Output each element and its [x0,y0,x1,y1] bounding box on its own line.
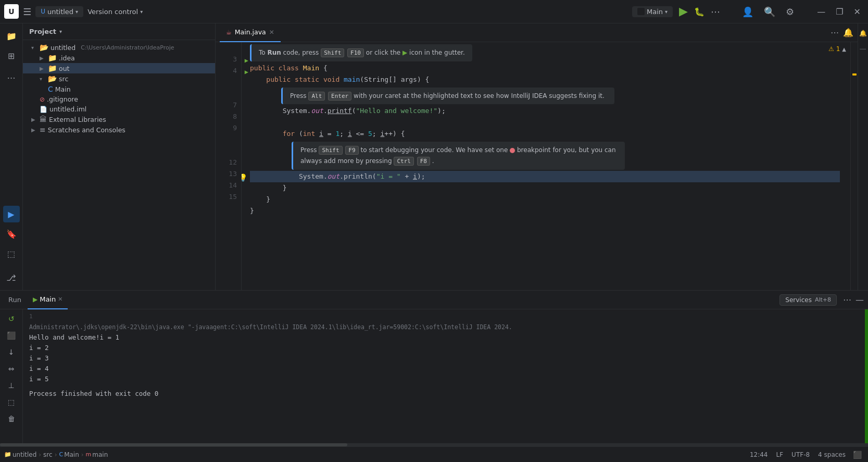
bc-project[interactable]: untitled [12,451,36,458]
brace-14: } [266,194,270,205]
tree-item-scratches[interactable]: ▶ ≡ Scratches and Consoles [23,124,215,135]
sidebar-icon-bookmark[interactable]: 🔖 [3,226,20,242]
main-layout: 📁 ⊞ ⋯ ▶ 🔖 ⬚ ⎇ Project ▾ ▾ 📂 untitled C:\… [0,23,868,290]
debug-icon[interactable]: 🐛 [694,7,705,17]
close-button[interactable]: ✕ [851,7,864,17]
warning-triangle-icon: ⚠ [828,45,834,53]
run-settings-btn[interactable]: ⬚ [4,395,19,409]
tree-item-iml[interactable]: 📄 untitled.iml [23,104,215,114]
params-open: ( [360,74,364,85]
hint2-text1: Press [290,92,308,99]
more-options-icon[interactable]: ⋯ [709,6,722,17]
folder-icon-out: 📁 [48,64,57,72]
run-scroll-end-btn[interactable]: ↓ [4,345,19,359]
tree-item-src[interactable]: ▾ 📂 src [23,73,215,84]
close-12: ); [417,171,425,182]
sidebar-icon-git[interactable]: ⎇ [3,269,20,286]
code-line-9: for (int i = 1; i <= 5; i++) { [250,128,840,140]
hint3-kbd3: Ctrl [394,157,414,166]
run-tab-label[interactable]: Run [4,291,26,309]
project-dropdown-icon[interactable]: ▾ [59,29,62,34]
bottom-minimize-icon[interactable]: — [856,295,864,305]
sidebar-icon-plugins[interactable]: ⋯ [3,69,20,86]
hamburger-icon[interactable]: ☰ [23,6,31,17]
tab-close-main-java[interactable]: ✕ [269,29,274,36]
indent-13 [250,182,283,194]
main-tab[interactable]: ▶ Main ✕ [28,291,68,309]
run-wrap-btn[interactable]: ⇔ [4,361,19,376]
hint1-kbd2: F10 [347,48,364,57]
bc-src[interactable]: src [43,451,53,458]
run-filter-btn[interactable]: ⊥ [4,378,19,393]
editor-tabs: ☕ Main.java ✕ ⋯ 🔔 [216,23,858,42]
warning-stripe [852,73,857,76]
run-config-chevron-icon: ▾ [665,9,668,15]
sidebar-icon-folder[interactable]: 📁 [3,28,20,44]
notifications-icon[interactable]: 🔔 [843,28,853,38]
editor-tab-main-java[interactable]: ☕ Main.java ✕ [220,23,281,42]
bottom-tabs: Run ▶ Main ✕ Services Alt+8 ⋯ — [0,291,868,309]
output-line-5: i = 5 [29,374,859,384]
main-tab-close[interactable]: ✕ [58,296,62,303]
run-restart-btn[interactable]: ↺ [4,311,19,326]
sidebar-icon-terminal[interactable]: ⬚ [3,245,20,262]
params-close: ) { [417,74,429,85]
code-line-13: } [250,182,840,194]
account-icon[interactable]: 👤 [739,6,757,17]
services-popup[interactable]: Services Alt+8 [779,294,837,306]
tree-item-ext-libs[interactable]: ▶ 🏛 External Libraries [23,114,215,124]
warning-indicator[interactable]: ⚠ 1 ▲ [828,45,846,53]
kw-void: void [323,74,344,85]
str-7: "Hello and welcome!" [356,105,438,117]
run-tab-icon: ▶ [33,296,37,303]
run-button[interactable]: ▶ [677,5,690,18]
dot1-7: . [307,105,311,117]
tree-item-out[interactable]: ▶ 📁 out [23,63,215,73]
right-panel-notifications[interactable]: 🔔 [859,28,867,39]
num-5: 5 [368,128,372,140]
tree-item-main-java[interactable]: C Main [23,84,215,94]
editor-scrollbar-gutter [850,42,858,290]
output-line-1: Hello and welcome!i = 1 [29,332,859,343]
run-content: ↺ ⬛ ↓ ⇔ ⊥ ⬚ 🗑 1 Administrator\.jdks\open… [0,309,868,443]
run-config-selector[interactable]: Main ▾ [632,6,673,17]
run-trash-btn[interactable]: 🗑 [4,411,19,426]
bottom-more-icon[interactable]: ⋯ [843,295,851,305]
sidebar-icon-run-active[interactable]: ▶ [3,206,20,222]
main-tab-label: Main [40,295,56,303]
bc-main[interactable]: Main [64,451,79,458]
tree-path-untitled: C:\Users\Administrator\IdeaProje [81,44,174,51]
vcs-selector[interactable]: Version control ▾ [87,8,143,16]
lightbulb-icon[interactable]: 💡 [242,172,247,183]
tree-item-idea[interactable]: ▶ 📁 .idea [23,53,215,63]
tree-item-gitignore[interactable]: ⊘ .gitignore [23,94,215,104]
settings-icon[interactable]: ⚙ [783,6,797,17]
code-content[interactable]: To Run code, press Shift F10 or click th… [242,42,850,290]
status-encoding[interactable]: UTF-8 [788,451,813,458]
paren-12: ( [372,171,376,182]
semi2-9: ; [372,128,381,140]
output-line-4: i = 4 [29,364,859,374]
tree-label-untitled: untitled [51,44,76,52]
editor-more-icon[interactable]: ⋯ [831,28,839,38]
minimize-button[interactable]: — [814,7,828,17]
code-line-7: System.out.printf("Hello and welcome!"); [250,105,840,117]
run-stop-btn[interactable]: ⬛ [4,328,19,343]
java-icon-main: C [48,85,53,93]
status-line-ending[interactable]: LF [773,451,787,458]
maximize-button[interactable]: ❐ [833,7,846,17]
var-i2: i [348,128,352,140]
bc-method[interactable]: main [92,451,108,458]
code-editor[interactable]: ⚠ 1 ▲ 3 ▶ 4 ▶ 7 [216,42,858,290]
status-line-col[interactable]: 12:44 [747,451,771,458]
tree-label-iml: untitled.iml [49,105,86,113]
sidebar-icon-structure[interactable]: ⊞ [3,47,20,64]
project-selector[interactable]: U untitled ▾ [35,6,83,17]
tree-label-out: out [59,65,69,72]
indent-9 [250,128,283,140]
tree-item-untitled[interactable]: ▾ 📂 untitled C:\Users\Administrator\Idea… [23,42,215,53]
search-icon[interactable]: 🔍 [761,6,778,17]
right-panel-git[interactable]: │ [860,45,866,53]
status-indent[interactable]: 4 spaces [815,451,849,458]
fn-println: println [344,171,372,182]
